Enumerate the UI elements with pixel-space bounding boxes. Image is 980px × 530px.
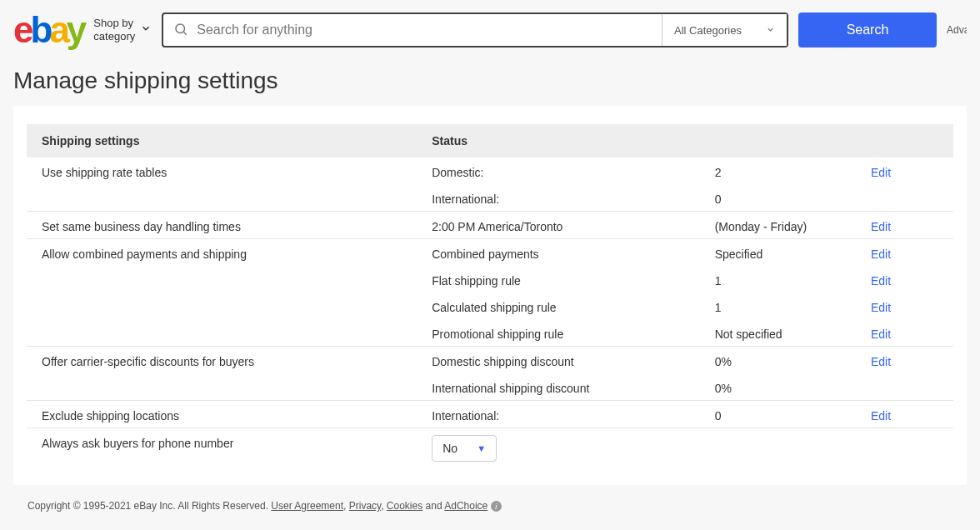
table-row: Calculated shipping rule1Edit [27,292,953,319]
table-row: Use shipping rate tablesDomestic:2Edit [27,158,953,184]
edit-link[interactable]: Edit [871,220,891,233]
status-cell: International: [417,401,699,428]
setting-cell: Allow combined payments and shipping [27,239,417,267]
status-cell: Promotional shipping rule [417,319,699,347]
privacy-link[interactable]: Privacy [349,500,381,512]
table-row: Exclude shipping locationsInternational:… [27,401,953,428]
shipping-settings-table: Shipping settings Status Use shipping ra… [27,124,953,467]
table-row: Offer carrier-specific discounts for buy… [27,347,953,374]
adchoice-link[interactable]: AdChoice [444,500,488,512]
chevron-down-icon [140,22,152,38]
setting-cell [27,373,417,401]
shop-by-label-2: category [93,30,135,43]
setting-cell: Offer carrier-specific discounts for buy… [27,347,417,374]
value-cell: (Monday - Friday) [700,212,856,239]
value-cell: 1 [700,266,856,292]
ebay-logo[interactable]: ebay [13,12,83,48]
setting-cell: Always ask buyers for phone number [27,428,417,468]
search-input[interactable] [197,22,652,38]
user-agreement-link[interactable]: User Agreement [271,500,343,512]
chevron-down-icon [766,24,775,37]
value-cell: 2 [700,158,856,184]
value-cell: 0% [700,347,856,374]
svg-line-1 [184,32,187,34]
edit-link[interactable]: Edit [871,355,891,368]
copyright-text: Copyright © 1995-2021 eBay Inc. All Righ… [28,500,271,512]
value-cell: 1 [700,292,856,319]
select-value: No [442,442,458,455]
info-icon[interactable]: i [491,501,502,512]
status-cell: Combined payments [417,239,699,267]
edit-link[interactable]: Edit [871,301,891,314]
setting-cell [27,184,417,212]
edit-link[interactable]: Edit [871,409,891,422]
setting-cell [27,266,417,292]
setting-cell: Use shipping rate tables [27,158,417,184]
table-row: International:0 [27,184,953,212]
value-cell: 0% [700,373,856,401]
edit-link[interactable]: Edit [871,248,891,261]
table-row: Always ask buyers for phone numberNo▼ [27,428,953,468]
cookies-link[interactable]: Cookies [387,500,422,512]
page-title: Manage shipping settings [13,68,980,94]
chevron-down-icon: ▼ [477,443,486,453]
search-icon [173,22,188,39]
setting-cell [27,319,417,347]
value-cell: 0 [700,184,856,212]
edit-link[interactable]: Edit [871,166,891,179]
shop-by-label-1: Shop by [93,17,135,30]
settings-panel: Shipping settings Status Use shipping ra… [13,106,967,485]
col-header-status: Status [417,124,699,158]
status-cell: 2:00 PM America/Toronto [417,212,699,239]
search-button[interactable]: Search [798,12,937,48]
status-cell: No▼ [417,428,699,468]
status-cell: Domestic shipping discount [417,347,699,374]
status-cell: International: [417,184,699,212]
status-cell: Domestic: [417,158,699,184]
table-row: Flat shipping rule1Edit [27,266,953,292]
table-row: Promotional shipping ruleNot specifiedEd… [27,319,953,347]
setting-cell: Exclude shipping locations [27,401,417,428]
value-cell: 0 [700,401,856,428]
shop-by-category[interactable]: Shop by category [93,17,152,42]
advanced-link[interactable]: Advanced [947,24,967,36]
setting-cell: Set same business day handling times [27,212,417,239]
table-row: Allow combined payments and shippingComb… [27,239,953,267]
status-cell: Calculated shipping rule [417,292,699,319]
edit-link[interactable]: Edit [871,328,891,341]
svg-point-0 [176,24,185,33]
phone-number-select[interactable]: No▼ [432,435,497,462]
category-selected-label: All Categories [674,24,742,37]
edit-link[interactable]: Edit [871,274,891,288]
status-cell: International shipping discount [417,373,699,401]
table-row: International shipping discount0% [27,373,953,401]
col-header-setting: Shipping settings [27,124,417,158]
value-cell: Specified [700,239,856,267]
status-cell: Flat shipping rule [417,266,699,292]
footer: Copyright © 1995-2021 eBay Inc. All Righ… [0,500,980,527]
setting-cell [27,292,417,319]
header: ebay Shop by category All Categories Sea… [0,0,980,56]
table-row: Set same business day handling times2:00… [27,212,953,239]
category-select[interactable]: All Categories [662,14,787,46]
value-cell: Not specified [700,319,856,347]
search-bar: All Categories [162,12,788,48]
